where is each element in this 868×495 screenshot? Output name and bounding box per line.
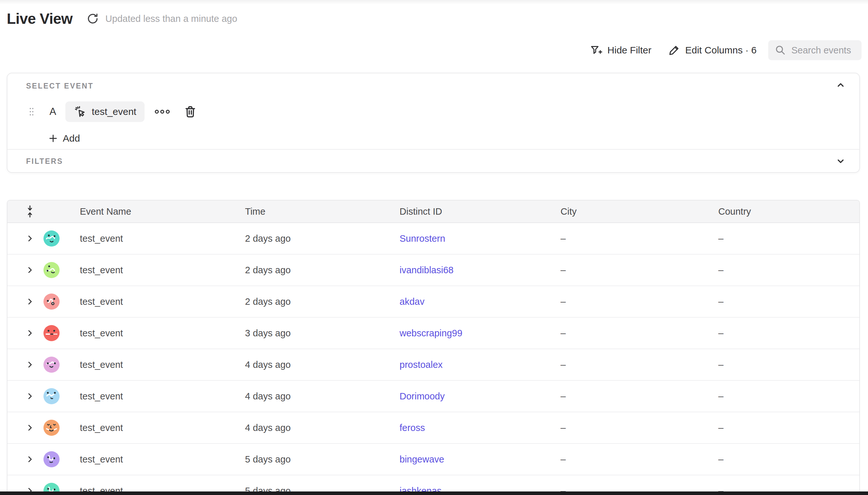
plus-icon — [48, 133, 58, 143]
distinct-id-link[interactable]: akdav — [399, 296, 424, 307]
hide-filter-label: Hide Filter — [608, 45, 652, 56]
cell-city: – — [561, 233, 718, 244]
cell-country: – — [718, 265, 859, 275]
expand-row-button[interactable] — [23, 358, 36, 371]
cell-time: 4 days ago — [245, 391, 399, 402]
table-row[interactable]: test_event 2 days ago ivandiblasi68 – – — [7, 255, 859, 286]
cell-time: 2 days ago — [245, 296, 399, 307]
cell-country: – — [718, 423, 859, 433]
cell-event-name: test_event — [80, 233, 245, 244]
avatar — [44, 388, 59, 404]
refresh-icon — [86, 12, 99, 25]
chevron-right-icon — [25, 455, 34, 464]
event-chip-label: test_event — [92, 106, 136, 117]
event-chip[interactable]: test_event — [65, 101, 144, 122]
chevron-right-icon — [25, 297, 34, 306]
edit-columns-button[interactable]: Edit Columns · 6 — [668, 44, 756, 56]
avatar — [44, 262, 59, 278]
trash-icon — [184, 104, 197, 119]
expand-row-button[interactable] — [23, 390, 36, 403]
header-time: Time — [245, 206, 399, 217]
add-label: Add — [63, 133, 80, 144]
cell-event-name: test_event — [80, 391, 245, 402]
pencil-icon — [668, 44, 680, 56]
cell-city: – — [561, 454, 718, 465]
add-event-button[interactable]: Add — [48, 133, 80, 144]
avatar — [44, 231, 59, 246]
expand-row-button[interactable] — [23, 453, 36, 466]
search-box[interactable] — [768, 40, 862, 60]
cell-city: – — [561, 328, 718, 339]
page-header: Live View Updated less than a minute ago — [7, 7, 237, 30]
expand-row-button[interactable] — [23, 421, 36, 434]
cursor-click-icon — [74, 105, 87, 118]
header-distinct-id: Distinct ID — [399, 206, 561, 217]
event-delete-button[interactable] — [183, 104, 197, 119]
header-city: City — [561, 206, 718, 217]
filter-plus-icon — [590, 44, 603, 57]
chevron-up-icon — [836, 80, 846, 90]
cell-country: – — [718, 359, 859, 370]
table-row[interactable]: test_event 2 days ago akdav – – — [7, 286, 859, 318]
table-row[interactable]: test_event 5 days ago bingewave – – — [7, 444, 859, 475]
chevron-right-icon — [25, 392, 34, 401]
expand-row-button[interactable] — [23, 232, 36, 245]
cell-event-name: test_event — [80, 423, 245, 433]
cell-country: – — [718, 296, 859, 307]
distinct-id-link[interactable]: prostoalex — [399, 359, 443, 370]
expand-filters-button[interactable] — [835, 155, 847, 167]
cell-city: – — [561, 359, 718, 370]
table-row[interactable]: test_event 4 days ago feross – – — [7, 412, 859, 444]
table-row[interactable]: test_event 2 days ago Sunrostern – – — [7, 223, 859, 255]
cell-time: 4 days ago — [245, 423, 399, 433]
bottom-edge-bar — [0, 492, 868, 495]
avatar — [44, 357, 59, 373]
drag-handle[interactable] — [26, 106, 37, 117]
cell-event-name: test_event — [80, 265, 245, 275]
table-body: test_event 2 days ago Sunrostern – – tes… — [7, 223, 859, 495]
hide-filter-button[interactable]: Hide Filter — [590, 44, 652, 57]
filters-section: FILTERS — [7, 150, 859, 173]
distinct-id-link[interactable]: Dorimoody — [399, 391, 445, 402]
event-more-button[interactable] — [154, 105, 170, 118]
cell-time: 2 days ago — [245, 233, 399, 244]
cell-city: – — [561, 391, 718, 402]
table-row[interactable]: test_event 4 days ago prostoalex – – — [7, 349, 859, 381]
top-fade — [0, 0, 868, 4]
header-event-name: Event Name — [80, 206, 245, 217]
table-row[interactable]: test_event 4 days ago Dorimoody – – — [7, 381, 859, 412]
expand-row-button[interactable] — [23, 327, 36, 340]
search-input[interactable] — [792, 45, 856, 56]
search-icon — [775, 45, 786, 56]
distinct-id-link[interactable]: webscraping99 — [399, 328, 462, 338]
collapse-all-rows-button[interactable] — [23, 204, 36, 219]
updated-text: Updated less than a minute ago — [105, 14, 237, 24]
collapse-select-event-button[interactable] — [835, 79, 847, 91]
table-row[interactable]: test_event 3 days ago webscraping99 – – — [7, 318, 859, 349]
refresh-button[interactable] — [86, 12, 100, 25]
chevron-right-icon — [25, 360, 34, 369]
cell-event-name: test_event — [80, 359, 245, 370]
distinct-id-link[interactable]: feross — [399, 423, 425, 433]
distinct-id-link[interactable]: Sunrostern — [399, 233, 445, 244]
avatar — [44, 451, 59, 467]
edit-columns-label: Edit Columns · 6 — [685, 45, 756, 56]
chevron-right-icon — [25, 329, 34, 338]
ellipsis-icon — [155, 108, 170, 115]
toolbar: Hide Filter Edit Columns · 6 — [590, 40, 862, 60]
filters-label: FILTERS — [26, 157, 63, 166]
expand-row-button[interactable] — [23, 295, 36, 308]
cell-event-name: test_event — [80, 328, 245, 339]
cell-time: 4 days ago — [245, 359, 399, 370]
collapse-rows-icon — [25, 205, 35, 218]
cell-country: – — [718, 391, 859, 402]
drag-dots-icon — [27, 106, 36, 117]
expand-row-button[interactable] — [23, 263, 36, 276]
distinct-id-link[interactable]: bingewave — [399, 454, 444, 464]
avatar — [44, 293, 59, 310]
cell-country: – — [718, 454, 859, 465]
cell-time: 2 days ago — [245, 265, 399, 275]
cell-city: – — [561, 265, 718, 275]
distinct-id-link[interactable]: ivandiblasi68 — [399, 265, 454, 275]
chevron-right-icon — [25, 266, 34, 275]
